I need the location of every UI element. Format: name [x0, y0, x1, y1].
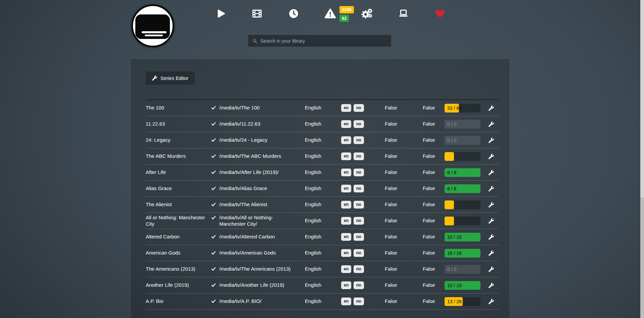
subtitles-cell: 6 / 6 — [445, 168, 489, 177]
audio-language: English — [305, 105, 341, 111]
table-row: The ABC Murders/media/tv/The ABC Murders… — [146, 148, 499, 165]
series-name[interactable]: Altered Carbon — [146, 234, 211, 240]
subtitle-languages: enno — [341, 281, 385, 289]
nav-item-movies[interactable] — [239, 7, 275, 21]
forced-value: False — [423, 153, 445, 160]
scrollbar-thumb[interactable] — [640, 0, 644, 197]
series-name[interactable]: After Life — [146, 169, 211, 176]
subtitles-progress-bar — [445, 217, 480, 225]
gears-icon — [361, 8, 372, 19]
forced-value: False — [423, 185, 445, 192]
subtitles-progress-bar — [445, 152, 480, 161]
table-row: Another Life (2019)/media/tv/Another Lif… — [146, 277, 499, 293]
forced-value: False — [423, 250, 445, 256]
series-name[interactable]: 24: Legacy — [146, 137, 211, 143]
edit-series-wrench-button[interactable] — [489, 105, 494, 111]
bazarr-logo[interactable] — [131, 4, 174, 47]
check-icon — [211, 186, 216, 191]
edit-series-wrench-button[interactable] — [489, 298, 494, 305]
series-name[interactable]: The ABC Murders — [146, 153, 211, 160]
subtitles-progress-label: 0 / 0 — [447, 265, 456, 274]
edit-series-wrench-button[interactable] — [489, 153, 494, 160]
subtitle-language-badge: en — [341, 233, 351, 241]
edit-series-wrench-button[interactable] — [489, 121, 494, 128]
nav-item-settings[interactable] — [349, 7, 385, 21]
series-path-text: /media/tv/All or Nothing- Manchester Cit… — [219, 215, 300, 227]
edit-series-wrench-button[interactable] — [489, 266, 494, 273]
subtitle-languages: enno — [341, 265, 385, 273]
series-path-text: /media/tv/The ABC Murders — [219, 153, 281, 160]
subtitle-language-badge: no — [354, 265, 364, 273]
nav-item-series[interactable] — [202, 7, 239, 21]
nav-item-system[interactable] — [385, 7, 422, 21]
series-path: /media/tv/All or Nothing- Manchester Cit… — [211, 215, 305, 227]
subtitle-language-badge: en — [341, 217, 351, 225]
edit-series-wrench-button[interactable] — [489, 282, 494, 289]
series-name[interactable]: Another Life (2019) — [146, 282, 211, 288]
subtitle-language-badge: en — [341, 185, 351, 192]
tools-cell — [489, 121, 499, 128]
edit-series-wrench-button[interactable] — [489, 169, 494, 176]
subtitle-language-badge: no — [354, 136, 364, 144]
audio-language: English — [305, 169, 341, 176]
tools-cell — [489, 234, 499, 240]
series-name[interactable]: The Alienist — [146, 201, 211, 208]
audio-language: English — [305, 266, 341, 272]
series-name[interactable]: A.P. Bio — [146, 298, 211, 305]
page-scrollbar[interactable] — [640, 0, 644, 318]
edit-series-wrench-button[interactable] — [489, 201, 494, 208]
edit-series-wrench-button[interactable] — [489, 250, 494, 257]
series-path: /media/tv/24 - Legacy — [211, 137, 305, 143]
subtitles-cell: 0 / 0 — [445, 136, 489, 145]
subtitles-progress-label: 0 / 0 — [447, 136, 456, 145]
series-name[interactable]: American Gods — [146, 250, 211, 256]
subtitle-languages: enno — [341, 249, 385, 257]
table-row: All or Nothing: Manchester City/media/tv… — [146, 213, 499, 229]
subtitle-language-badge: en — [341, 265, 351, 273]
wrench-icon — [152, 76, 157, 81]
subtitle-language-badge: en — [341, 136, 351, 144]
series-path: /media/tv/The Americans (2013) — [211, 266, 305, 272]
subtitle-language-badge: no — [354, 169, 364, 176]
nav-item-history[interactable] — [275, 7, 312, 21]
audio-language: English — [305, 298, 341, 305]
subtitles-cell — [445, 200, 489, 209]
series-name[interactable]: Alias Grace — [146, 185, 211, 192]
edit-series-wrench-button[interactable] — [489, 185, 494, 192]
search-input[interactable] — [261, 38, 387, 44]
hearing-impaired-value: False — [385, 266, 423, 272]
subtitles-progress-label: 13 / 26 — [447, 297, 462, 306]
subtitle-languages: enno — [341, 152, 385, 160]
nav-item-wanted[interactable]: 224662 — [312, 7, 349, 21]
hearing-impaired-value: False — [385, 153, 423, 160]
edit-series-wrench-button[interactable] — [489, 234, 494, 240]
subtitle-language-badge: no — [354, 281, 364, 289]
search-icon — [252, 38, 258, 44]
subtitles-progress-bar — [445, 200, 480, 209]
subtitle-language-badge: en — [341, 120, 351, 128]
forced-value: False — [423, 298, 445, 305]
series-path-text: /media/tv/After Life (2019)/ — [219, 169, 279, 176]
subtitles-progress-bar: 13 / 26 — [445, 297, 480, 306]
hearing-impaired-value: False — [385, 105, 423, 111]
nav-item-donate[interactable] — [422, 7, 458, 21]
edit-series-wrench-button[interactable] — [489, 137, 494, 144]
series-path: /media/tv/The Alienist — [211, 201, 305, 208]
forced-value: False — [423, 234, 445, 240]
series-name[interactable]: The 100 — [146, 105, 211, 111]
check-icon — [211, 138, 216, 142]
subtitles-cell: 33 / 84 — [445, 104, 489, 112]
subtitles-cell: 10 / 10 — [445, 281, 489, 290]
series-name[interactable]: The Americans (2013) — [146, 266, 211, 272]
series-name[interactable]: 11.22.63 — [146, 121, 211, 127]
subtitles-cell: 0 / 0 — [445, 265, 489, 274]
series-editor-button[interactable]: Series Editor — [146, 72, 195, 85]
edit-series-wrench-button[interactable] — [489, 218, 494, 224]
series-path: /media/tv/Another Life (2019) — [211, 282, 305, 288]
series-path: /media/tv/A.P. BIO/ — [211, 298, 305, 305]
series-name[interactable]: All or Nothing: Manchester City — [146, 215, 211, 227]
hearing-impaired-value: False — [385, 282, 423, 288]
subtitle-language-badge: en — [341, 152, 351, 160]
subtitle-languages: enno — [341, 104, 385, 112]
logo-subtitle-line — [145, 35, 163, 36]
